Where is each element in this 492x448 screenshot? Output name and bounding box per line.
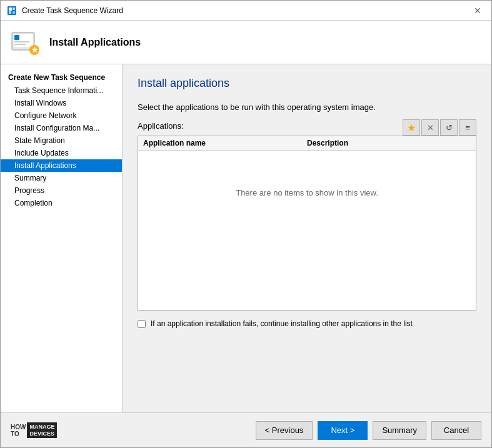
svg-rect-9 (14, 44, 26, 45)
manage-devices-box: MANAGE DEVICES (27, 422, 57, 439)
remove-icon: ✕ (427, 123, 434, 132)
titlebar: Create Task Sequence Wizard ✕ (1, 1, 491, 21)
sidebar-item-state-migration[interactable]: State Migration (1, 134, 122, 147)
header-banner: ★ Install Applications (1, 21, 491, 64)
add-app-button[interactable]: ★ (403, 119, 420, 136)
content-area: Create New Task Sequence Task Sequence I… (1, 64, 491, 412)
svg-rect-2 (13, 7, 15, 10)
app-list-container: Application name Description There are n… (138, 136, 476, 311)
sidebar-item-completion[interactable]: Completion (1, 197, 122, 209)
star-icon: ★ (407, 122, 416, 134)
titlebar-title: Create Task Sequence Wizard (22, 6, 123, 15)
close-button[interactable]: ✕ (470, 4, 485, 17)
sidebar-item-include-updates[interactable]: Include Updates (1, 147, 122, 159)
continue-checkbox-label[interactable]: If an application installation fails, co… (151, 319, 413, 328)
sidebar-item-task-sequence-information[interactable]: Task Sequence Informati... (1, 84, 122, 97)
svg-rect-7 (14, 35, 19, 40)
move-down-button[interactable]: ≡ (459, 119, 476, 136)
sidebar-item-install-configuration-manager[interactable]: Install Configuration Ma... (1, 122, 122, 134)
move-up-button[interactable]: ↺ (440, 119, 458, 136)
sidebar-item-summary[interactable]: Summary (1, 172, 122, 184)
empty-message: There are no items to show in this view. (138, 151, 476, 235)
howto-text: HOW TO (11, 424, 26, 437)
window-icon (7, 6, 17, 16)
panel-title: Install applications (138, 77, 476, 90)
svg-text:★: ★ (31, 46, 38, 54)
app-list-header: Application name Description (138, 136, 476, 151)
next-button[interactable]: Next > (318, 421, 368, 440)
move-up-icon: ↺ (446, 123, 453, 132)
sidebar-item-install-windows[interactable]: Install Windows (1, 97, 122, 109)
main-window: Create Task Sequence Wizard ✕ ★ Install … (0, 0, 492, 448)
sidebar-item-configure-network[interactable]: Configure Network (1, 109, 122, 122)
sidebar-section-title: Create New Task Sequence (1, 71, 122, 84)
cancel-button[interactable]: Cancel (431, 421, 481, 440)
remove-app-button[interactable]: ✕ (421, 119, 439, 136)
svg-rect-1 (9, 7, 12, 11)
description-text: Select the applications to be run with t… (138, 102, 476, 112)
sidebar: Create New Task Sequence Task Sequence I… (1, 64, 123, 412)
continue-checkbox-row: If an application installation fails, co… (138, 319, 476, 328)
app-toolbar: ★ ✕ ↺ ≡ (403, 119, 476, 136)
footer: HOW TO MANAGE DEVICES < Previous Next > … (1, 412, 491, 447)
move-down-icon: ≡ (465, 123, 470, 132)
main-panel: Install applications Select the applicat… (123, 64, 491, 412)
banner-title: Install Applications (49, 37, 141, 48)
howto-logo: HOW TO MANAGE DEVICES (11, 422, 57, 439)
apps-label: Applications: (138, 121, 184, 131)
applications-toolbar-row: Applications: ★ ✕ ↺ ≡ (138, 119, 476, 136)
col-name-header: Application name (143, 139, 307, 147)
svg-rect-4 (13, 11, 15, 14)
previous-button[interactable]: < Previous (256, 421, 313, 440)
summary-button[interactable]: Summary (373, 421, 426, 440)
banner-icon: ★ (11, 27, 41, 57)
titlebar-left: Create Task Sequence Wizard (7, 6, 123, 16)
svg-rect-3 (9, 11, 11, 14)
col-desc-header: Description (307, 139, 471, 147)
svg-rect-8 (14, 41, 29, 42)
sidebar-item-install-applications[interactable]: Install Applications (1, 159, 122, 172)
continue-checkbox[interactable] (138, 320, 146, 328)
sidebar-item-progress[interactable]: Progress (1, 184, 122, 197)
